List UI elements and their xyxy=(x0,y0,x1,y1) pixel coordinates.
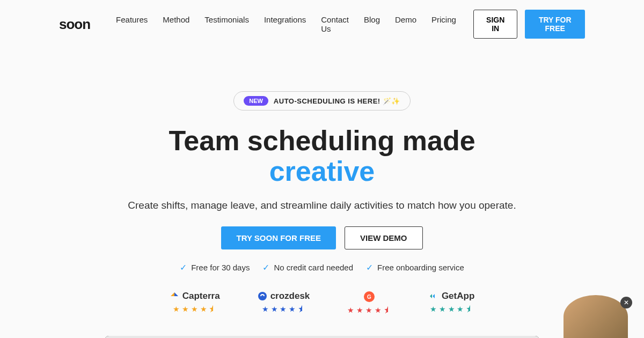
new-badge: NEW xyxy=(244,96,268,106)
logo[interactable]: soon xyxy=(59,16,90,33)
hero-cta-group: TRY SOON FOR FREE VIEW DEMO xyxy=(0,226,644,249)
getapp-logo: GetApp xyxy=(429,291,474,302)
signin-button[interactable]: SIGN IN xyxy=(473,10,518,39)
review-crozdesk[interactable]: crozdesk ★ ★ ★ ★ ⯨ xyxy=(258,291,310,314)
benefit-text: No credit card needed xyxy=(274,263,353,272)
benefit-item: ✓ No credit card needed xyxy=(262,262,353,273)
g2-icon: G xyxy=(363,291,375,303)
browser-chrome xyxy=(105,336,539,338)
hero-subtitle: Create shifts, manage leave, and streaml… xyxy=(0,200,644,211)
hero-title-line1: Team scheduling made xyxy=(169,125,475,156)
review-getapp[interactable]: GetApp ★ ★ ★ ★ ⯨ xyxy=(429,291,474,314)
try-free-button[interactable]: TRY FOR FREE xyxy=(525,10,585,39)
nav-features[interactable]: Features xyxy=(116,15,148,33)
hero-title: Team scheduling made creative xyxy=(0,126,644,187)
crozdesk-logo: crozdesk xyxy=(258,291,310,302)
benefit-text: Free for 30 days xyxy=(191,263,250,272)
chat-widget[interactable] xyxy=(564,295,628,338)
capterra-icon xyxy=(170,291,179,301)
crozdesk-icon xyxy=(258,291,267,301)
getapp-icon xyxy=(429,291,438,301)
stars-rating: ★ ★ ★ ★ ⯨ xyxy=(347,306,391,314)
view-demo-button[interactable]: VIEW DEMO xyxy=(345,226,423,249)
nav-demo[interactable]: Demo xyxy=(395,15,416,33)
benefits-row: ✓ Free for 30 days ✓ No credit card need… xyxy=(0,262,644,273)
review-capterra[interactable]: Capterra ★ ★ ★ ★ ⯨ xyxy=(170,291,220,314)
nav-testimonials[interactable]: Testimonials xyxy=(204,15,249,33)
check-icon: ✓ xyxy=(262,262,269,273)
reviews-row: Capterra ★ ★ ★ ★ ⯨ crozdesk ★ ★ ★ ★ ⯨ G … xyxy=(0,291,644,314)
main-nav: Features Method Testimonials Integration… xyxy=(116,15,456,33)
hero-section: NEW AUTO-SCHEDULING IS HERE! 🪄✨ Team sch… xyxy=(0,91,644,338)
video-player[interactable] xyxy=(105,336,539,338)
capterra-logo: Capterra xyxy=(170,291,220,302)
g2-logo: G xyxy=(363,291,375,303)
stars-rating: ★ ★ ★ ★ ⯨ xyxy=(430,305,474,313)
svg-text:G: G xyxy=(367,294,371,300)
svg-point-0 xyxy=(258,292,267,300)
benefit-item: ✓ Free onboarding service xyxy=(366,262,464,273)
check-icon: ✓ xyxy=(366,262,373,273)
nav-integrations[interactable]: Integrations xyxy=(264,15,306,33)
chat-close-button[interactable]: ✕ xyxy=(620,297,632,308)
nav-pricing[interactable]: Pricing xyxy=(431,15,456,33)
try-soon-free-button[interactable]: TRY SOON FOR FREE xyxy=(221,226,336,249)
close-icon: ✕ xyxy=(624,299,629,306)
check-icon: ✓ xyxy=(180,262,187,273)
nav-blog[interactable]: Blog xyxy=(364,15,380,33)
header-actions: SIGN IN TRY FOR FREE xyxy=(473,10,585,39)
stars-rating: ★ ★ ★ ★ ⯨ xyxy=(173,305,217,313)
nav-contact[interactable]: Contact Us xyxy=(321,15,349,33)
review-g2[interactable]: G ★ ★ ★ ★ ⯨ xyxy=(347,291,391,314)
benefit-text: Free onboarding service xyxy=(377,263,464,272)
header: soon Features Method Testimonials Integr… xyxy=(0,0,644,48)
pill-text: AUTO-SCHEDULING IS HERE! 🪄✨ xyxy=(274,97,400,105)
nav-method[interactable]: Method xyxy=(163,15,189,33)
hero-title-line2: creative xyxy=(269,156,375,187)
benefit-item: ✓ Free for 30 days xyxy=(180,262,250,273)
announcement-pill[interactable]: NEW AUTO-SCHEDULING IS HERE! 🪄✨ xyxy=(233,91,411,111)
stars-rating: ★ ★ ★ ★ ⯨ xyxy=(262,305,306,313)
